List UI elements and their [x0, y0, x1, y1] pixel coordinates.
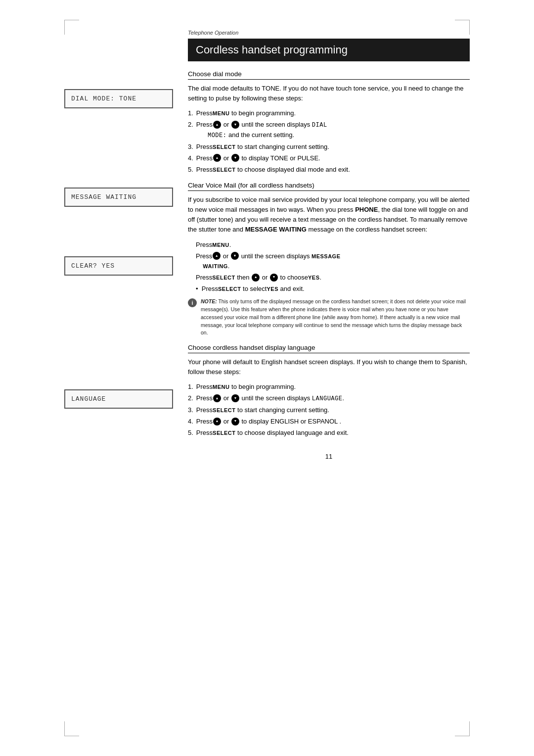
down-arrow-icon [231, 121, 239, 129]
note-block: i NOTE: This only turns off the displaye… [188, 298, 470, 337]
note-text: NOTE: This only turns off the displayed … [201, 298, 470, 337]
down-icon-lang2 [231, 418, 239, 425]
dial-mode-body: The dial mode defaults to TONE. If you d… [188, 84, 470, 103]
screen-message-waiting: MESSAGE WAITING [64, 188, 173, 207]
lang-step-5: 5. PressSELECT to choose displayed langu… [188, 428, 470, 438]
lang-step-1: 1. PressMENU to begin programming. [188, 382, 470, 392]
subsection-dial-mode-header: Choose dial mode [188, 70, 470, 80]
corner-mark-tl-h [64, 20, 79, 20]
screen-dial-mode: DIAL MODE: TONE [64, 89, 173, 108]
lang-step-4: 4. Press or to display ENGLISH or ESPANO… [188, 417, 470, 426]
section-label: Telephone Operation [188, 30, 470, 36]
info-icon: i [188, 298, 197, 307]
vm-step-2: Press or until the screen displays MESSA… [196, 251, 470, 271]
vm-step-bullet: • PressSELECT to selectYES and exit. [196, 284, 470, 294]
step-5: 5. PressSELECT to choose displayed dial … [188, 165, 470, 175]
language-steps: 1. PressMENU to begin programming. 2. Pr… [188, 382, 470, 438]
vm-step-3: PressSELECT then or to chooseYES. [196, 273, 470, 283]
screen-clear-yes: CLEAR? YES [64, 256, 173, 276]
screen-language: LANGUAGE [64, 389, 173, 409]
down-icon-vm2 [270, 274, 278, 282]
up-arrow-icon-2 [213, 154, 221, 162]
page-number: 11 [188, 453, 470, 460]
down-arrow-icon-2 [231, 154, 239, 162]
subsection-voicemail-header: Clear Voice Mail (for all cordless hands… [188, 182, 470, 191]
up-icon-vm [213, 252, 221, 260]
subsection-language-header: Choose cordless handset display language [188, 344, 470, 353]
page: DIAL MODE: TONE MESSAGE WAITING CLEAR? Y… [0, 0, 534, 756]
up-icon-vm2 [252, 274, 260, 282]
right-column: Telephone Operation Cordless handset pro… [173, 30, 470, 460]
down-icon-lang [231, 394, 239, 402]
corner-mark-bl-h [64, 736, 79, 736]
up-icon-lang2 [213, 418, 221, 425]
voicemail-steps: PressMENU. Press or until the screen dis… [188, 240, 470, 294]
left-column: DIAL MODE: TONE MESSAGE WAITING CLEAR? Y… [64, 30, 173, 460]
vm-step-1: PressMENU. [196, 240, 470, 250]
step-3: 3. PressSELECT to start changing current… [188, 142, 470, 152]
step-1: 1. PressMENU to begin programming. [188, 108, 470, 118]
corner-mark-bl-v [64, 721, 65, 736]
corner-mark-br-h [455, 736, 470, 736]
dial-mode-steps: 1. PressMENU to begin programming. 2. Pr… [188, 108, 470, 175]
step-4: 4. Press or to display TONE or PULSE. [188, 153, 470, 163]
language-body: Your phone will default to English hands… [188, 357, 470, 377]
voicemail-body: If you subscribe to voice mail service p… [188, 195, 470, 235]
corner-mark-tr-v [469, 20, 470, 35]
corner-mark-tl-v [64, 20, 65, 35]
lang-step-3: 3. PressSELECT to start changing current… [188, 405, 470, 415]
step-2: 2. Press or until the screen displays DI… [188, 120, 470, 140]
up-icon-lang [213, 394, 221, 402]
lang-step-2: 2. Press or until the screen displays LA… [188, 393, 470, 404]
down-icon-vm [231, 252, 239, 260]
corner-mark-tr-h [455, 20, 470, 20]
corner-mark-br-v [469, 721, 470, 736]
up-arrow-icon [213, 121, 221, 129]
page-title: Cordless handset programming [188, 39, 470, 61]
